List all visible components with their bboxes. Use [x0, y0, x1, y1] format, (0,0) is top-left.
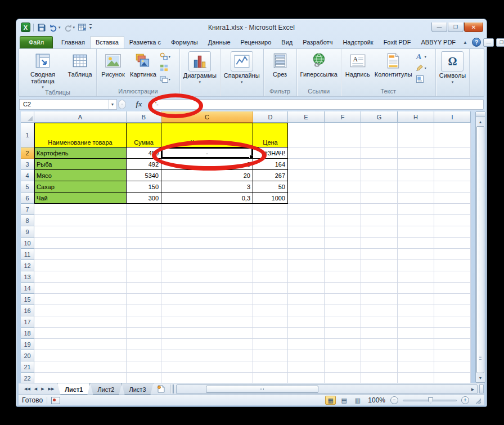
undo-button[interactable]: ▾ [48, 23, 61, 33]
cell-G8[interactable] [361, 215, 398, 226]
cell-D11[interactable] [253, 249, 288, 260]
cell-F3[interactable] [325, 159, 361, 170]
cell-G20[interactable] [361, 350, 398, 361]
cell-D16[interactable] [253, 305, 288, 316]
customize-toolbar-button[interactable]: ▾ [89, 23, 92, 33]
cell-D8[interactable] [253, 215, 288, 226]
quick-table-button[interactable] [77, 23, 87, 33]
row-header-18[interactable]: 18 [21, 328, 34, 339]
excel-logo-icon[interactable]: X [21, 23, 30, 32]
cell-G10[interactable] [361, 238, 398, 249]
help-icon[interactable]: ? [472, 38, 481, 47]
cell-I2[interactable] [434, 147, 471, 159]
cell-B15[interactable] [127, 294, 161, 305]
cell-F19[interactable] [325, 339, 361, 350]
cell-D19[interactable] [253, 339, 288, 350]
cell-D7[interactable] [253, 204, 288, 215]
cell-G12[interactable] [361, 260, 398, 271]
cell-H9[interactable] [398, 226, 434, 238]
cell-G6[interactable] [361, 193, 398, 204]
cell-E5[interactable] [288, 181, 325, 193]
column-header-G[interactable]: G [361, 111, 398, 123]
cell-D2[interactable]: #ЗНАЧ! [253, 147, 288, 159]
cell-B11[interactable] [127, 249, 161, 260]
cell-H7[interactable] [398, 204, 434, 215]
cell-H10[interactable] [398, 238, 434, 249]
ribbon-small-signature-button[interactable]: ▾ [415, 62, 434, 73]
cell-G13[interactable] [361, 271, 398, 283]
tab-Данные[interactable]: Данные [203, 37, 236, 48]
cell-I7[interactable] [434, 204, 471, 215]
cell-G22[interactable] [361, 373, 398, 383]
cell-D18[interactable] [253, 328, 288, 339]
ribbon-button-Символы[interactable]: ΩСимволы▾ [438, 50, 468, 88]
tab-Формулы[interactable]: Формулы [166, 37, 203, 48]
first-sheet-icon[interactable]: ◀◀ [22, 386, 32, 392]
resize-grip[interactable] [474, 397, 481, 404]
cell-E1[interactable] [288, 123, 325, 147]
cell-F14[interactable] [325, 283, 361, 294]
cell-F17[interactable] [325, 316, 361, 328]
tab-Главная[interactable]: Главная [56, 37, 90, 48]
cell-B22[interactable] [127, 373, 161, 383]
cell-H3[interactable] [398, 159, 434, 170]
cell-C18[interactable] [161, 328, 253, 339]
cell-I10[interactable] [434, 238, 471, 249]
cell-H16[interactable] [398, 305, 434, 316]
cell-C9[interactable] [161, 226, 253, 238]
zoom-slider[interactable] [403, 400, 457, 401]
workbook-restore-icon[interactable]: ❐ [496, 38, 504, 47]
cell-D6[interactable]: 1000 [253, 193, 288, 204]
sheet-tab-Лист1[interactable]: Лист1 [57, 383, 90, 395]
cell-I15[interactable] [434, 294, 471, 305]
cell-G19[interactable] [361, 339, 398, 350]
column-header-A[interactable]: A [34, 111, 127, 123]
tab-Рецензиро[interactable]: Рецензиро [236, 37, 277, 48]
cell-I5[interactable] [434, 181, 471, 193]
minimize-button[interactable]: — [431, 23, 447, 32]
cell-I11[interactable] [434, 249, 471, 260]
ribbon-button-Гиперссылка[interactable]: Гиперссылка [299, 50, 339, 88]
sheet-tab-Лист3[interactable]: Лист3 [122, 383, 153, 395]
cell-H21[interactable] [398, 361, 434, 373]
horizontal-scrollbar[interactable]: ▶ [176, 384, 478, 394]
close-button[interactable]: ✕ [464, 23, 483, 32]
zoom-in-icon[interactable]: + [461, 396, 469, 404]
cell-F2[interactable] [325, 147, 361, 159]
row-header-4[interactable]: 4 [21, 170, 34, 181]
column-header-E[interactable]: E [288, 111, 325, 123]
cell-F11[interactable] [325, 249, 361, 260]
cell-H15[interactable] [398, 294, 434, 305]
cell-I1[interactable] [434, 123, 471, 147]
cell-B9[interactable] [127, 226, 161, 238]
cell-C20[interactable] [161, 350, 253, 361]
horizontal-scroll-thumb[interactable] [206, 386, 318, 393]
cell-A15[interactable] [34, 294, 127, 305]
ribbon-small-wordart-button[interactable]: A▾ [415, 51, 434, 61]
cell-G18[interactable] [361, 328, 398, 339]
cell-D12[interactable] [253, 260, 288, 271]
cell-F15[interactable] [325, 294, 361, 305]
normal-view-icon[interactable]: ▦ [325, 396, 336, 405]
ribbon-button-Картинка[interactable]: Картинка [128, 50, 158, 88]
insert-worksheet-icon[interactable] [154, 383, 169, 395]
row-header-3[interactable]: 3 [21, 159, 34, 170]
cell-C5[interactable]: 3 [161, 181, 253, 193]
row-header-2[interactable]: 2 [21, 147, 34, 159]
cell-H2[interactable] [398, 147, 434, 159]
cell-A11[interactable] [34, 249, 127, 260]
cell-B3[interactable]: 492 [127, 159, 161, 170]
cell-D14[interactable] [253, 283, 288, 294]
cell-H5[interactable] [398, 181, 434, 193]
cell-F13[interactable] [325, 271, 361, 283]
save-button[interactable] [37, 23, 47, 33]
row-header-6[interactable]: 6 [21, 193, 34, 204]
cell-I16[interactable] [434, 305, 471, 316]
cell-G2[interactable] [361, 147, 398, 159]
cell-H12[interactable] [398, 260, 434, 271]
cell-I3[interactable] [434, 159, 471, 170]
tab-file[interactable]: Файл [20, 36, 53, 48]
row-header-11[interactable]: 11 [21, 249, 34, 260]
cell-G15[interactable] [361, 294, 398, 305]
cell-D22[interactable] [253, 373, 288, 383]
